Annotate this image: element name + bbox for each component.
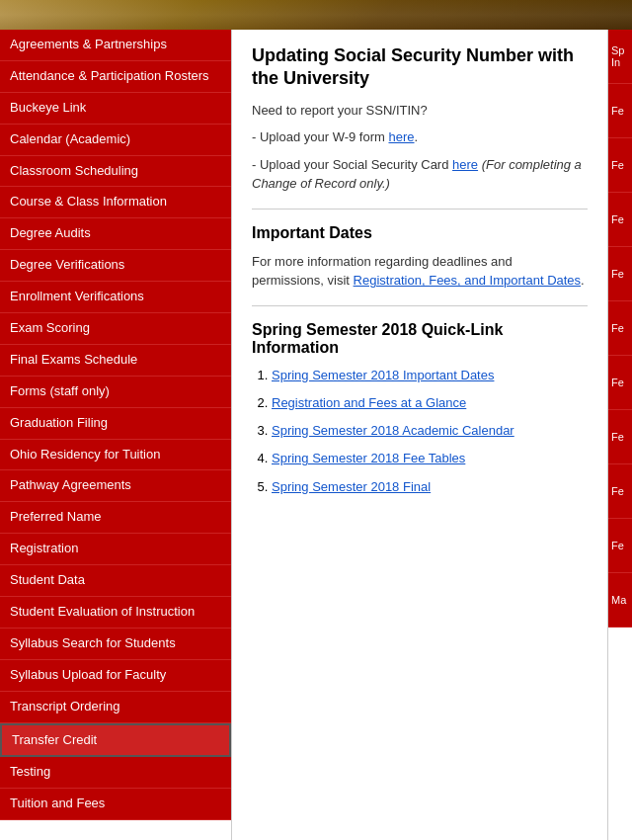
sidebar-item-preferred-name[interactable]: Preferred Name [0,502,231,534]
sidebar-item-transcript-ordering[interactable]: Transcript Ordering [0,692,231,723]
sscard-link[interactable]: here [452,157,478,172]
sidebar-item-tuition-and-fees[interactable]: Tuition and Fees [0,789,231,820]
quick-link-1[interactable]: Spring Semester 2018 Important Dates [272,368,494,382]
important-dates-heading: Important Dates [252,224,588,242]
sscard-text: - Upload your Social Security Card [252,157,448,172]
sidebar-item-transfer-credit[interactable]: Transfer Credit [0,723,231,758]
main-content: Updating Social Security Number with the… [232,30,607,840]
right-panel-item-0: Sp In [608,30,632,84]
w9-text: - Upload your W-9 form [252,129,385,144]
sscard-paragraph: - Upload your Social Security Card here … [252,155,588,194]
sidebar: Agreements & PartnershipsAttendance & Pa… [0,30,232,840]
sidebar-item-enrollment-verifications[interactable]: Enrollment Verifications [0,282,231,313]
quick-link-item-5: Spring Semester 2018 Final [272,478,588,496]
right-panel-item-9: Fe [608,519,632,573]
right-panel-item-4: Fe [608,247,632,301]
sidebar-item-buckeye-link[interactable]: Buckeye Link [0,93,231,125]
right-panel-item-2: Fe [608,138,632,193]
quick-link-3[interactable]: Spring Semester 2018 Academic Calendar [272,423,514,438]
sidebar-item-classroom-scheduling[interactable]: Classroom Scheduling [0,156,231,188]
right-panel-item-10: Ma [608,573,632,628]
main-heading: Updating Social Security Number with the… [252,44,588,91]
right-panel-item-7: Fe [608,410,632,464]
quick-link-5[interactable]: Spring Semester 2018 Final [272,479,431,494]
quick-link-2[interactable]: Registration and Fees at a Glance [272,395,466,410]
right-panel-item-5: Fe [608,301,632,356]
right-panel-item-8: Fe [608,464,632,519]
sidebar-item-exam-scoring[interactable]: Exam Scoring [0,313,231,345]
sidebar-item-syllabus-search-students[interactable]: Syllabus Search for Students [0,629,231,660]
divider-1 [252,209,588,210]
sidebar-item-final-exams-schedule[interactable]: Final Exams Schedule [0,345,231,377]
sidebar-item-forms-staff-only[interactable]: Forms (staff only) [0,377,231,408]
quick-link-item-4: Spring Semester 2018 Fee Tables [272,450,588,467]
intro-paragraph: Need to report your SSN/ITIN? [252,101,588,121]
quick-links-list: Spring Semester 2018 Important DatesRegi… [272,367,588,496]
sidebar-item-calendar-academic[interactable]: Calendar (Academic) [0,125,231,156]
right-panel: Sp InFeFeFeFeFeFeFeFeFeMa [607,30,632,840]
w9-paragraph: - Upload your W-9 form here. [252,127,588,147]
right-panel-item-1: Fe [608,84,632,138]
w9-link[interactable]: here [388,129,414,144]
sidebar-item-testing[interactable]: Testing [0,757,231,789]
sidebar-item-degree-verifications[interactable]: Degree Verifications [0,250,231,282]
sidebar-item-ohio-residency-tuition[interactable]: Ohio Residency for Tuition [0,440,231,471]
sidebar-item-syllabus-upload-faculty[interactable]: Syllabus Upload for Faculty [0,660,231,692]
sidebar-item-student-data[interactable]: Student Data [0,565,231,597]
header-image [0,0,632,30]
sidebar-item-agreements-partnerships[interactable]: Agreements & Partnerships [0,30,231,61]
important-dates-paragraph: For more information regarding deadlines… [252,252,588,291]
quick-link-item-2: Registration and Fees at a Glance [272,394,588,412]
quick-link-4[interactable]: Spring Semester 2018 Fee Tables [272,451,465,465]
sidebar-item-course-class-information[interactable]: Course & Class Information [0,187,231,218]
quick-link-item-1: Spring Semester 2018 Important Dates [272,367,588,384]
quick-link-item-3: Spring Semester 2018 Academic Calendar [272,422,588,440]
sidebar-item-degree-audits[interactable]: Degree Audits [0,218,231,250]
sidebar-item-attendance-participation[interactable]: Attendance & Participation Rosters [0,61,231,93]
right-panel-item-6: Fe [608,356,632,410]
sidebar-item-registration[interactable]: Registration [0,534,231,565]
divider-2 [252,305,588,306]
sidebar-item-student-evaluation-instruction[interactable]: Student Evaluation of Instruction [0,597,231,629]
right-panel-item-3: Fe [608,193,632,247]
sidebar-item-graduation-filing[interactable]: Graduation Filing [0,408,231,440]
important-dates-link[interactable]: Registration, Fees, and Important Dates [354,273,582,288]
quicklink-heading: Spring Semester 2018 Quick-Link Informat… [252,321,588,357]
sidebar-item-pathway-agreements[interactable]: Pathway Agreements [0,470,231,502]
quick-links: Spring Semester 2018 Important DatesRegi… [252,367,588,496]
